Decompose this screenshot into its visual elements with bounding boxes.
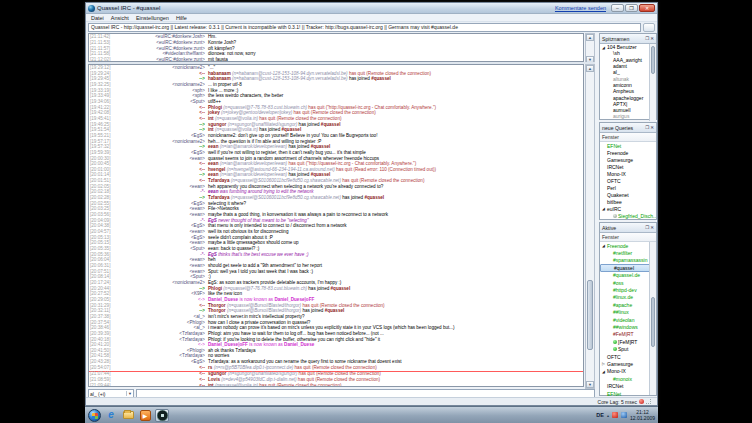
query-item[interactable]: ◢euIRC xyxy=(600,205,656,212)
buffer-item-selected[interactable]: #quassel xyxy=(600,264,656,271)
tray-red-icon[interactable] xyxy=(612,412,618,418)
queries-column-header[interactable]: Fenster xyxy=(600,133,656,142)
minimize-button[interactable]: – xyxy=(611,4,624,12)
buffer-item[interactable]: IRCNet xyxy=(600,382,656,389)
menu-item-datei[interactable]: Datei xyxy=(91,15,104,21)
buffer-item[interactable]: ##windows xyxy=(600,323,656,330)
resize-grip[interactable] xyxy=(646,399,651,404)
item-label: #videolan xyxy=(613,317,634,323)
menu-item-ansicht[interactable]: Ansicht xyxy=(111,15,129,21)
query-item[interactable]: Mono-IX xyxy=(600,170,656,177)
topic-field[interactable]: Quassel IRC - http://quassel-irc.org || … xyxy=(88,23,641,32)
user-status-icon xyxy=(613,214,617,218)
scroll-thumb[interactable] xyxy=(587,280,593,350)
buffer-item[interactable]: #spamassassin xyxy=(600,257,656,264)
user-status-icon xyxy=(613,340,617,344)
close-icon[interactable]: ✕ xyxy=(650,225,654,230)
maximize-button[interactable]: ❐ xyxy=(625,4,638,12)
query-item[interactable]: EFNet xyxy=(600,142,656,149)
buffer-item[interactable]: #apache xyxy=(600,301,656,308)
buffer-item[interactable]: [FeM]RT xyxy=(600,338,656,345)
buffer-item[interactable]: ▷Gamesurge xyxy=(600,360,656,367)
item-label: EFNet xyxy=(607,391,621,397)
float-icon[interactable]: ❐ xyxy=(645,225,649,230)
scroll-up-icon[interactable]: ▲ xyxy=(586,34,594,41)
nicklist-item[interactable]: aurigus xyxy=(600,113,656,119)
chat-monitor-pane[interactable]: [21:11:42]<euIRC:#donkere:Josh>Hm.[21:11… xyxy=(88,33,584,62)
item-label: Mono-IX xyxy=(607,171,626,177)
buffer-item[interactable]: Sput xyxy=(600,345,656,352)
topic-bar: Quassel IRC - http://quassel-irc.org || … xyxy=(86,22,657,33)
titlebar[interactable]: Quassel IRC - #quassel Kommentare senden… xyxy=(86,3,657,14)
topic-edit-button[interactable] xyxy=(643,23,655,32)
close-button[interactable]: ✕ xyxy=(639,4,655,12)
quassel-app-icon xyxy=(88,5,95,12)
language-indicator[interactable]: DE xyxy=(596,412,604,418)
clock[interactable]: 21:12 12.01.2009 xyxy=(630,409,655,421)
file-explorer-icon[interactable] xyxy=(121,409,135,422)
buffer-item[interactable]: #videolan xyxy=(600,316,656,323)
scroll-down-icon[interactable]: ▼ xyxy=(586,381,594,388)
tray-blue-icon[interactable] xyxy=(621,412,627,418)
item-label: [FeM]RT xyxy=(618,339,637,345)
start-button[interactable] xyxy=(88,409,101,422)
item-label: Siegfried_Disch... xyxy=(618,213,656,219)
item-label: #monoix xyxy=(613,376,632,382)
query-item[interactable]: Siegfried_Disch... xyxy=(600,212,656,219)
buffer-item[interactable]: ##linux xyxy=(600,309,656,316)
taskbar: e ▶ DE ▴ 21:12 12.01.2009 xyxy=(85,406,658,423)
nicklist-panel-header[interactable]: Spitznamen ❐ ✕ xyxy=(600,34,656,44)
tray-expand-icon[interactable]: ▴ xyxy=(607,413,609,418)
scroll-thumb[interactable] xyxy=(651,46,655,74)
query-item[interactable]: Freenode xyxy=(600,149,656,156)
close-icon[interactable]: ✕ xyxy=(650,36,654,41)
quassel-window: Quassel IRC - #quassel Kommentare senden… xyxy=(85,2,658,406)
queries-panel-header[interactable]: neue Queries ❐ ✕ xyxy=(600,123,656,133)
item-label: #apache xyxy=(613,302,632,308)
active-buffer-tree: ◢Freenode#netfilter#spamassassin#quassel… xyxy=(600,242,656,397)
buffer-item[interactable]: #httpd-dev xyxy=(600,286,656,293)
active-scrollbar[interactable] xyxy=(649,242,656,395)
buffer-item[interactable]: #quassel.de xyxy=(600,272,656,279)
buffer-item[interactable]: #netfilter xyxy=(600,249,656,256)
chat-scrollbar[interactable]: ▲ ▼ xyxy=(585,64,595,389)
query-item[interactable]: IRCNet xyxy=(600,163,656,170)
buffer-item[interactable]: ◢Mono-IX xyxy=(600,368,656,375)
query-item[interactable]: OFTC xyxy=(600,177,656,184)
query-item[interactable]: bitlbee xyxy=(600,198,656,205)
buffer-item[interactable]: EFNet xyxy=(600,390,656,397)
item-label: OFTC xyxy=(607,354,621,360)
user-status-icon xyxy=(613,347,617,351)
media-player-icon[interactable]: ▶ xyxy=(138,409,152,422)
query-item[interactable]: Quakenet xyxy=(600,191,656,198)
clock-date: 12.01.2009 xyxy=(630,415,655,421)
active-panel-header[interactable]: Aktive ❐ ✕ xyxy=(600,223,656,233)
menu-item-hilfe[interactable]: Hilfe xyxy=(176,15,187,21)
query-item[interactable]: Gamesurge xyxy=(600,156,656,163)
core-lag-label: Core Lag: 5 msec xyxy=(598,399,637,405)
quassel-taskbar-icon[interactable] xyxy=(155,409,169,422)
desktop: Quassel IRC - #quassel Kommentare senden… xyxy=(85,0,658,423)
menu-item-einstellungen[interactable]: Einstellungen xyxy=(136,15,169,21)
chat-view[interactable]: [19:29:12]<nonickname2>"..."[19:29:24]<-… xyxy=(88,64,584,387)
internet-explorer-icon[interactable]: e xyxy=(104,409,118,422)
nicklist-scrollbar[interactable] xyxy=(649,44,656,121)
scroll-up-icon[interactable]: ▲ xyxy=(586,65,594,72)
float-icon[interactable]: ❐ xyxy=(645,36,649,41)
buffer-item[interactable]: #linux.de xyxy=(600,294,656,301)
item-label: #spamassassin xyxy=(613,257,647,263)
scroll-thumb[interactable] xyxy=(651,297,655,347)
float-icon[interactable]: ❐ xyxy=(645,125,649,130)
nick-selector-label: al_ (+i) xyxy=(90,391,105,397)
close-icon[interactable]: ✕ xyxy=(650,125,654,130)
buffer-item[interactable]: #monoix xyxy=(600,375,656,382)
active-column-header[interactable]: Fenster xyxy=(600,233,656,242)
buffer-item[interactable]: #FeM|RT xyxy=(600,331,656,338)
buffer-item[interactable]: OFTC xyxy=(600,353,656,360)
buffer-item[interactable]: #oss xyxy=(600,279,656,286)
send-feedback-link[interactable]: Kommentare senden xyxy=(555,5,606,11)
query-item[interactable]: Perl xyxy=(600,184,656,191)
sender-column: <-- xyxy=(115,383,205,387)
monitor-scrollbar[interactable]: ▲ ▼ xyxy=(585,33,595,64)
buffer-item[interactable]: ◢Freenode xyxy=(600,242,656,249)
